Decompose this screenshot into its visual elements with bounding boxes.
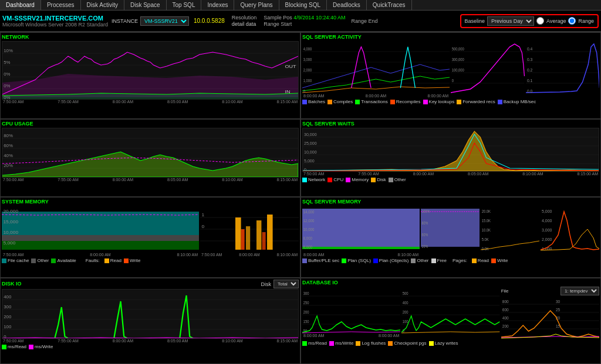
network-title: NETWORK: [2, 34, 299, 40]
instance-info: VM-SSSRV21.INTERCERVE.COM Microsoft Wind…: [2, 15, 108, 28]
sql-memory-panel: SQL SERVER MEMORY 14,000 12,000 10,000 8…: [300, 197, 601, 278]
svg-text:30,000: 30,000: [304, 132, 317, 137]
svg-text:2,000: 2,000: [303, 67, 312, 72]
other-sql-label: Other: [417, 258, 428, 263]
instance-dropdown[interactable]: VM-SSSRV21: [140, 16, 189, 26]
sql-right-svg: 20.0K 15.0K 10.0K 5.0K 0.0K: [481, 206, 539, 253]
svg-marker-72: [302, 209, 420, 247]
instance-label: INSTANCE: [112, 18, 138, 24]
legend-db-ms-write: ms/Write: [329, 341, 353, 346]
legend-read-fault: Read: [104, 258, 121, 263]
db-io-mid: 500 400 200 100 0: [401, 287, 499, 339]
file-dropdown[interactable]: 1: tempdev: [561, 287, 599, 295]
legend-key-lookups: Key lookups: [423, 99, 455, 104]
svg-text:200: 200: [403, 309, 408, 314]
disk-wait-color: [371, 178, 376, 182]
disk-dropdown[interactable]: Total: [274, 280, 299, 288]
checkpoint-label: Checkpoint pgs: [394, 341, 426, 346]
top-nav: Dashboard Processes Disk Activity Disk S…: [0, 0, 601, 11]
legend-recompiles: Recompiles: [390, 99, 421, 104]
sql-activity-right-chart: 500,000 300,000 100,000 0: [451, 41, 525, 98]
cpu-svg: 80% 60% 40% 20%: [2, 128, 298, 178]
plan-sql-label: Plan (SQL): [347, 258, 371, 263]
legend-network-wait: Network: [302, 177, 325, 182]
disk-wait-label: Disk: [377, 177, 386, 182]
sys-memory-legends: File cache Other Available Faults: Read: [2, 257, 299, 263]
svg-text:12,000: 12,000: [303, 219, 315, 223]
read-fault-color: [104, 258, 109, 263]
db-ms-read-label: ms/Read: [308, 341, 327, 346]
sql-memory-legends: Buffer/PLE sec Plan (SQL) Plan (Objects)…: [302, 257, 599, 263]
network-wait-color: [302, 178, 307, 182]
file-label: File: [501, 288, 509, 294]
tab-indexes[interactable]: Indexes: [201, 0, 234, 10]
compiles-color: [327, 100, 332, 104]
svg-text:600: 600: [502, 308, 509, 312]
ms-read-label: ms/Read: [8, 344, 26, 349]
resolution-label: Resolution: [232, 15, 257, 21]
legend-backup: Backup MB/sec: [498, 99, 536, 104]
svg-text:10.0K: 10.0K: [482, 227, 491, 232]
tab-blocking-sql[interactable]: Blocking SQL: [279, 0, 327, 10]
sql-memory-right: 20.0K 15.0K 10.0K 5.0K 0.0K: [481, 206, 539, 257]
tab-query-plans[interactable]: Query Plans: [234, 0, 279, 10]
baseline-dropdown[interactable]: Previous Day: [487, 16, 534, 26]
disk-label: Disk: [261, 281, 272, 287]
read-fault-label: Read: [110, 258, 121, 263]
tab-deadlocks[interactable]: Deadlocks: [327, 0, 367, 10]
legend-other-sql-mem: Other: [411, 258, 428, 263]
legend-file-cache: File cache: [2, 258, 29, 263]
range-label: Range: [578, 18, 594, 24]
svg-text:300: 300: [303, 291, 309, 295]
sql-activity-right-svg: 500,000 300,000 100,000 0: [451, 41, 525, 94]
tab-disk-activity[interactable]: Disk Activity: [81, 0, 124, 10]
svg-text:20,000: 20,000: [3, 209, 18, 214]
tab-processes[interactable]: Processes: [41, 0, 81, 10]
batches-color: [302, 100, 307, 104]
disk-io-time: 7:50:00 AM 7:55:00 AM 8:00:00 AM 8:05:00…: [2, 339, 299, 343]
range-radio[interactable]: [568, 17, 576, 25]
sql-activity-panel: SQL SERVER ACTIVITY: [300, 32, 601, 119]
svg-text:0.2: 0.2: [526, 68, 532, 72]
range-start-label: Range Start: [264, 21, 345, 27]
header-range: Range End: [351, 18, 377, 24]
svg-text:0.4: 0.4: [526, 47, 532, 51]
svg-text:200: 200: [502, 324, 509, 328]
svg-text:0: 0: [452, 78, 454, 83]
db-ms-write-label: ms/Write: [335, 341, 353, 346]
average-radio[interactable]: [536, 17, 544, 25]
svg-text:30: 30: [556, 300, 560, 304]
svg-text:150: 150: [303, 319, 309, 324]
sql-waits-title: SQL SERVER WAITS: [302, 121, 599, 127]
svg-text:14,000: 14,000: [303, 210, 315, 214]
db-io-time: 8:00:00 AM 8:00:00 AM: [302, 334, 400, 338]
tab-quicktraces[interactable]: QuickTraces: [367, 0, 412, 10]
available-color: [51, 258, 56, 263]
pages-write-color: [491, 258, 496, 263]
tab-dashboard[interactable]: Dashboard: [0, 0, 41, 10]
database-io-title: DATABASE IO: [302, 280, 599, 285]
legend-write-fault: Write: [124, 258, 141, 263]
sql-waits-legend: Network CPU Memory Disk Other: [302, 177, 599, 182]
tab-disk-space[interactable]: Disk Space: [124, 0, 167, 10]
svg-text:0: 0: [201, 224, 204, 229]
svg-text:400: 400: [502, 316, 509, 320]
sql-pages-svg: 5,000 4,000 3,000 2,000 1,000: [541, 206, 599, 253]
svg-text:60%: 60%: [4, 143, 13, 148]
recompiles-label: Recompiles: [396, 99, 421, 104]
tab-top-sql[interactable]: Top SQL: [167, 0, 202, 10]
sys-memory-legend: File cache Other Available: [2, 258, 76, 263]
legend-checkpoint: Checkpoint pgs: [388, 341, 426, 346]
ip-display: 10.0.0.5828: [194, 18, 225, 24]
svg-text:0: 0: [303, 89, 306, 93]
free-label: Free: [437, 258, 447, 263]
svg-text:1: 1: [201, 213, 204, 217]
legend-db-ms-read: ms/Read: [302, 341, 327, 346]
svg-text:100: 100: [403, 319, 408, 324]
key-lookups-label: Key lookups: [429, 99, 455, 104]
pages-label-text: Pages:: [453, 258, 467, 263]
sample-pos-label: Sample Pos 4/9/2014 10:24:40 AM: [264, 15, 345, 21]
svg-rect-68: [241, 229, 245, 250]
ms-read-color: [2, 345, 6, 349]
svg-text:5%: 5%: [4, 60, 11, 64]
